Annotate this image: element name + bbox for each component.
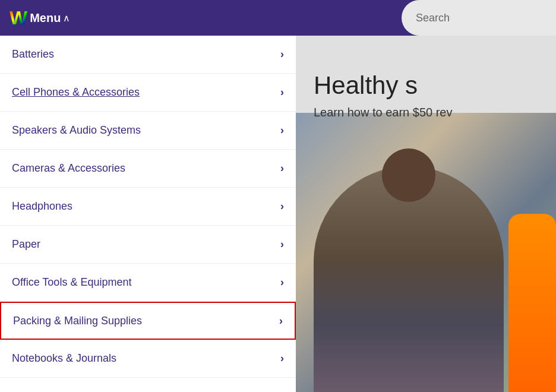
menu-item-label: Speakers & Audio Systems — [12, 124, 141, 137]
menu-item-headphones[interactable]: Headphones › — [0, 188, 296, 226]
content-overlay: Healthy s Learn how to earn $50 rev — [296, 36, 556, 392]
chevron-right-icon: › — [280, 238, 284, 251]
menu-chevron-icon[interactable]: ∧ — [63, 12, 70, 24]
menu-item-label: Cameras & Accessories — [12, 162, 125, 175]
chevron-right-icon: › — [280, 200, 284, 213]
search-label[interactable]: Search — [416, 12, 450, 24]
menu-label[interactable]: Menu — [30, 11, 61, 25]
chevron-right-icon: › — [280, 48, 284, 61]
menu-item-label: Office Tools & Equipment — [12, 276, 131, 289]
search-bar[interactable]: Search — [402, 0, 556, 36]
menu-item-label: Headphones — [12, 200, 72, 213]
menu-item-paper[interactable]: Paper › — [0, 226, 296, 264]
menu-item-label: Batteries — [12, 48, 54, 61]
hero-subtitle: Learn how to earn $50 rev — [314, 106, 453, 119]
menu-item-label: Paper — [12, 238, 40, 251]
menu-item-batteries[interactable]: Batteries › — [0, 36, 296, 74]
chevron-right-icon: › — [280, 124, 284, 137]
chevron-right-icon: › — [280, 352, 284, 365]
hero-title: Healthy s — [314, 71, 418, 100]
chevron-right-icon: › — [280, 162, 284, 175]
menu-item-cell-phones[interactable]: Cell Phones & Accessories › — [0, 74, 296, 112]
menu-item-packing[interactable]: Packing & Mailing Supplies › — [0, 302, 296, 340]
menu-item-notebooks[interactable]: Notebooks & Journals › — [0, 340, 296, 378]
content-panel: Healthy s Learn how to earn $50 rev — [296, 36, 556, 392]
menu-item-cameras[interactable]: Cameras & Accessories › — [0, 150, 296, 188]
menu-item-speakers[interactable]: Speakers & Audio Systems › — [0, 112, 296, 150]
menu-item-label: Notebooks & Journals — [12, 352, 116, 365]
logo[interactable]: W — [10, 7, 27, 29]
logo-icon: W — [10, 7, 27, 29]
menu-panel: Batteries › Cell Phones & Accessories › … — [0, 36, 296, 392]
menu-item-office-tools[interactable]: Office Tools & Equipment › — [0, 264, 296, 302]
menu-item-label: Cell Phones & Accessories — [12, 86, 140, 99]
menu-item-label: Packing & Mailing Supplies — [13, 315, 142, 327]
header: W Menu ∧ Search — [0, 0, 556, 36]
chevron-right-icon: › — [280, 276, 284, 289]
main-layout: Batteries › Cell Phones & Accessories › … — [0, 36, 556, 392]
chevron-right-icon: › — [280, 86, 284, 99]
chevron-right-icon: › — [279, 315, 283, 327]
